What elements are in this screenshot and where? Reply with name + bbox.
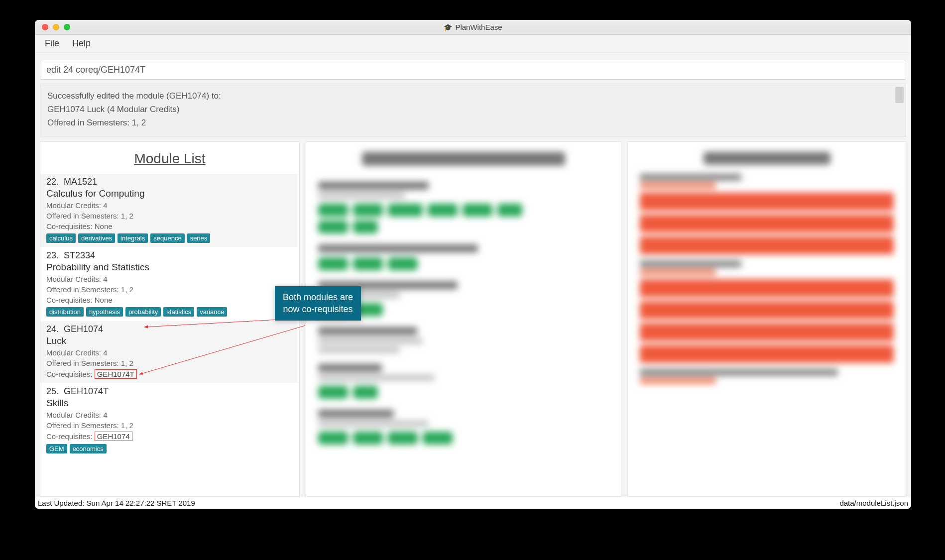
module-credits: Modular Credits: 4 xyxy=(46,348,291,357)
module-card[interactable]: 25. GEH1074TSkillsModular Credits: 4Offe… xyxy=(40,383,297,458)
module-coreq: Co-requisites: GEH1074 xyxy=(46,432,291,441)
tag: probability xyxy=(125,307,161,317)
module-name: Skills xyxy=(46,398,291,409)
module-semesters: Offered in Semesters: 1, 2 xyxy=(46,285,291,294)
module-tags: GEMeconomics xyxy=(46,444,291,453)
tag: economics xyxy=(70,444,107,453)
module-name: Probability and Statistics xyxy=(46,262,291,273)
tag: calculus xyxy=(46,233,76,243)
module-card[interactable]: 23. ST2334Probability and StatisticsModu… xyxy=(40,247,297,321)
degree-plan-panel xyxy=(627,141,906,497)
module-list-panel: Module List 22. MA1521Calculus for Compu… xyxy=(40,141,300,497)
coreq-value: GEH1074 xyxy=(95,432,132,441)
result-line: Successfully edited the module (GEH1074)… xyxy=(47,89,899,103)
status-left: Last Updated: Sun Apr 14 22:27:22 SRET 2… xyxy=(38,499,195,507)
tag: hypothesis xyxy=(86,307,123,317)
app-icon: 🎓 xyxy=(444,23,452,31)
result-line: GEH1074 Luck (4 Modular Credits) xyxy=(47,103,899,116)
module-tags: calculusderivativesintegralssequenceseri… xyxy=(46,233,291,243)
module-list-scroll[interactable]: 22. MA1521Calculus for ComputingModular … xyxy=(40,174,299,496)
scrollbar-thumb[interactable] xyxy=(895,87,904,103)
coreq-value: GEH1074T xyxy=(95,369,137,379)
module-list-title: Module List xyxy=(40,142,299,174)
module-credits: Modular Credits: 4 xyxy=(46,201,291,210)
close-icon[interactable] xyxy=(42,24,48,30)
module-card[interactable]: 22. MA1521Calculus for ComputingModular … xyxy=(40,174,297,247)
tag: sequence xyxy=(150,233,184,243)
tag: GEM xyxy=(46,444,67,453)
menu-help[interactable]: Help xyxy=(67,35,96,52)
module-index-code: 23. ST2334 xyxy=(46,250,291,261)
module-index-code: 24. GEH1074 xyxy=(46,324,291,335)
columns: Module List 22. MA1521Calculus for Compu… xyxy=(35,141,911,497)
command-input[interactable] xyxy=(40,60,906,80)
module-credits: Modular Credits: 4 xyxy=(46,275,291,283)
module-card[interactable]: 24. GEH1074LuckModular Credits: 4Offered… xyxy=(40,321,297,383)
module-coreq: Co-requisites: None xyxy=(46,296,291,304)
module-name: Calculus for Computing xyxy=(46,188,291,199)
module-semesters: Offered in Semesters: 1, 2 xyxy=(46,212,291,220)
menubar: File Help xyxy=(35,35,911,53)
tag: integrals xyxy=(118,233,148,243)
minimize-icon[interactable] xyxy=(53,24,59,30)
tag: distribution xyxy=(46,307,84,317)
module-coreq: Co-requisites: GEH1074T xyxy=(46,369,291,379)
status-right: data/moduleList.json xyxy=(839,499,908,507)
module-tags: distributionhypothesisprobabilitystatist… xyxy=(46,307,291,317)
module-semesters: Offered in Semesters: 1, 2 xyxy=(46,359,291,367)
result-box: Successfully edited the module (GEH1074)… xyxy=(40,84,906,136)
titlebar: 🎓 PlanWithEase xyxy=(35,20,911,35)
module-index-code: 25. GEH1074T xyxy=(46,386,291,397)
module-semesters: Offered in Semesters: 1, 2 xyxy=(46,421,291,430)
tag: series xyxy=(187,233,211,243)
result-line: Offered in Semesters: 1, 2 xyxy=(47,116,899,129)
menu-file[interactable]: File xyxy=(40,35,64,52)
tag: variance xyxy=(197,307,227,317)
annotation-callout: Both modules are now co-requisites xyxy=(275,286,361,321)
app-window: 🎓 PlanWithEase File Help Successfully ed… xyxy=(35,20,911,509)
statusbar: Last Updated: Sun Apr 14 22:27:22 SRET 2… xyxy=(35,497,911,509)
module-index-code: 22. MA1521 xyxy=(46,177,291,187)
tag: derivatives xyxy=(78,233,115,243)
maximize-icon[interactable] xyxy=(64,24,70,30)
module-name: Luck xyxy=(46,336,291,346)
tag: statistics xyxy=(163,307,194,317)
module-coreq: Co-requisites: None xyxy=(46,222,291,230)
window-title: PlanWithEase xyxy=(455,23,502,31)
module-credits: Modular Credits: 4 xyxy=(46,411,291,419)
